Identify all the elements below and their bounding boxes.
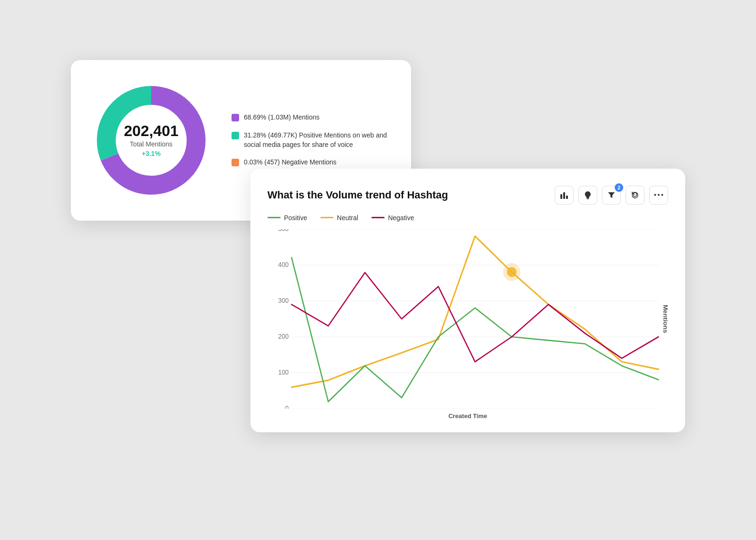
filter-icon xyxy=(607,190,616,200)
legend-dot-teal xyxy=(232,132,239,139)
chart-card: What is the Volume trend of Hashtag xyxy=(250,169,685,432)
svg-rect-6 xyxy=(587,198,589,199)
chart-actions: 2 xyxy=(555,186,668,205)
svg-rect-3 xyxy=(560,194,562,199)
filter-badge: 2 xyxy=(615,183,623,192)
legend-negative: Negative xyxy=(371,214,414,222)
lightbulb-icon xyxy=(583,190,593,200)
negative-line xyxy=(292,272,658,361)
more-icon xyxy=(654,194,663,196)
positive-line xyxy=(292,257,658,402)
total-change: +3.1% xyxy=(124,150,179,157)
donut-chart: 202,401 Total Mentions +3.1% xyxy=(90,79,213,202)
chart-title: What is the Volume trend of Hashtag xyxy=(267,189,448,201)
total-count: 202,401 xyxy=(124,123,179,138)
legend-text-negative: 0.03% (457) Negative Mentions xyxy=(244,158,336,167)
insights-button[interactable] xyxy=(578,186,597,205)
chart-type-button[interactable] xyxy=(555,186,574,205)
svg-text:100: 100 xyxy=(278,369,289,376)
tooltip-glow xyxy=(503,263,521,281)
legend-item-positive: 31.28% (469.77K) Positive Mentions on we… xyxy=(232,131,392,149)
donut-center: 202,401 Total Mentions +3.1% xyxy=(124,123,179,157)
positive-line-sample xyxy=(267,217,281,218)
line-chart-svg: 500 400 300 200 100 0 6/09 6/10 6/11 6/1… xyxy=(267,229,668,409)
svg-text:Mentions: Mentions xyxy=(662,304,668,333)
refresh-button[interactable] xyxy=(626,186,644,205)
more-button[interactable] xyxy=(649,186,668,205)
positive-label: Positive xyxy=(284,214,307,222)
svg-text:300: 300 xyxy=(278,297,289,304)
chart-area: 500 400 300 200 100 0 6/09 6/10 6/11 6/1… xyxy=(267,229,668,418)
legend-positive: Positive xyxy=(267,214,307,222)
svg-text:200: 200 xyxy=(278,333,289,340)
legend-item-mentions: 68.69% (1.03M) Mentions xyxy=(232,113,392,122)
chart-header: What is the Volume trend of Hashtag xyxy=(267,186,668,205)
negative-label: Negative xyxy=(388,214,414,222)
legend-text-mentions: 68.69% (1.03M) Mentions xyxy=(244,113,319,122)
svg-point-7 xyxy=(654,194,656,196)
neutral-line-sample xyxy=(320,217,334,218)
svg-rect-4 xyxy=(563,192,565,199)
legend-text-positive: 31.28% (469.77K) Positive Mentions on we… xyxy=(244,131,392,149)
neutral-line xyxy=(292,236,658,387)
refresh-icon xyxy=(630,190,640,200)
negative-line-sample xyxy=(371,217,385,218)
legend-dot-orange xyxy=(232,159,239,166)
svg-rect-5 xyxy=(566,196,568,199)
legend-item-negative: 0.03% (457) Negative Mentions xyxy=(232,158,392,167)
svg-text:500: 500 xyxy=(278,229,289,232)
svg-point-9 xyxy=(662,194,663,196)
neutral-label: Neutral xyxy=(337,214,358,222)
bar-chart-icon xyxy=(559,190,569,200)
chart-legend: Positive Neutral Negative xyxy=(267,214,668,222)
legend-neutral: Neutral xyxy=(320,214,358,222)
filter-button[interactable]: 2 xyxy=(602,186,621,205)
donut-legend: 68.69% (1.03M) Mentions 31.28% (469.77K)… xyxy=(232,113,392,167)
chart-svg-wrap: 500 400 300 200 100 0 6/09 6/10 6/11 6/1… xyxy=(267,229,668,409)
x-axis-label: Created Time xyxy=(267,412,668,420)
svg-text:400: 400 xyxy=(278,261,289,268)
total-label: Total Mentions xyxy=(124,140,179,148)
legend-dot-purple xyxy=(232,114,239,121)
svg-text:0: 0 xyxy=(285,405,289,409)
svg-point-8 xyxy=(658,194,660,196)
